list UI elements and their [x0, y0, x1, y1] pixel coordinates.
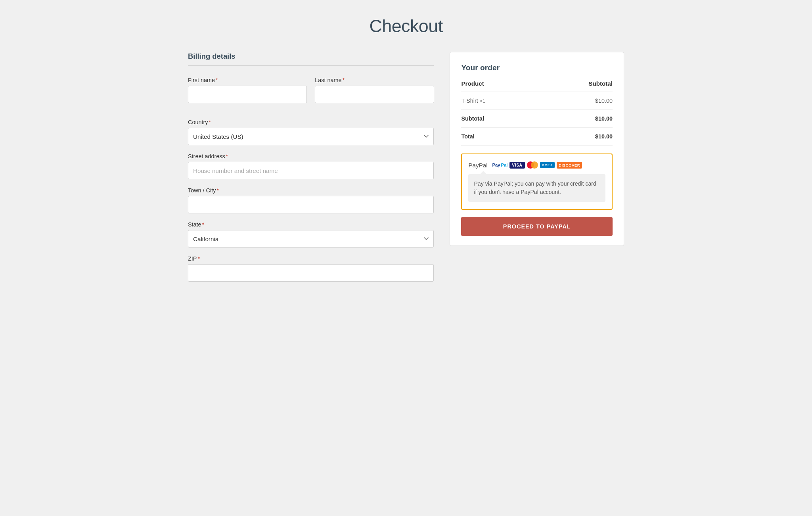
zip-input[interactable]: [188, 264, 434, 282]
order-title: Your order: [461, 63, 613, 72]
street-group: Street address*: [188, 153, 434, 179]
street-label: Street address*: [188, 153, 434, 159]
required-star: *: [226, 153, 228, 159]
item-qty: ×1: [480, 98, 485, 104]
col-subtotal: Subtotal: [536, 80, 613, 92]
state-label: State*: [188, 221, 434, 228]
zip-label: ZIP*: [188, 255, 434, 262]
street-input[interactable]: [188, 162, 434, 179]
city-group: Town / City*: [188, 187, 434, 213]
paypal-label: PayPal: [468, 162, 487, 169]
zip-group: ZIP*: [188, 255, 434, 282]
proceed-to-paypal-button[interactable]: PROCEED TO PAYPAL: [461, 217, 613, 236]
order-panel: Your order Product Subtotal T-Shirt ×1: [450, 52, 624, 246]
required-star: *: [197, 255, 200, 262]
country-label: Country*: [188, 119, 434, 125]
required-star: *: [216, 187, 219, 194]
country-group: Country* United States (US): [188, 119, 434, 145]
country-select[interactable]: United States (US): [188, 128, 434, 145]
required-star: *: [216, 77, 218, 83]
last-name-group: Last name*: [315, 77, 434, 103]
total-row: Total $10.00: [461, 128, 613, 146]
required-star: *: [342, 77, 345, 83]
total-value: $10.00: [536, 128, 613, 146]
required-star: *: [202, 221, 205, 228]
order-table: Product Subtotal T-Shirt ×1 $10.00 Sub: [461, 80, 613, 146]
billing-section: Billing details First name* Last name*: [188, 52, 434, 290]
subtotal-label: Subtotal: [461, 110, 536, 128]
page-title: Checkout: [188, 16, 624, 36]
required-star: *: [209, 119, 211, 125]
state-select[interactable]: California: [188, 230, 434, 247]
billing-section-title: Billing details: [188, 52, 434, 61]
paypal-header: PayPal Pay Pal VISA: [468, 161, 605, 169]
billing-divider: [188, 65, 434, 66]
paypal-logo: Pay Pal: [492, 163, 508, 167]
total-label: Total: [461, 128, 536, 146]
table-row: T-Shirt ×1 $10.00: [461, 92, 613, 110]
amex-badge: AMEX: [540, 162, 555, 168]
discover-badge: DISCOVER: [557, 162, 582, 169]
mc-yellow-circle: [531, 161, 538, 169]
name-row: First name* Last name*: [188, 77, 434, 111]
mastercard-badge: [527, 161, 538, 169]
col-product: Product: [461, 80, 536, 92]
first-name-input[interactable]: [188, 86, 307, 103]
first-name-label: First name*: [188, 77, 307, 83]
city-label: Town / City*: [188, 187, 434, 194]
item-price: $10.00: [536, 92, 613, 110]
item-name: T-Shirt ×1: [461, 92, 536, 110]
visa-badge: VISA: [509, 162, 525, 169]
order-section: Your order Product Subtotal T-Shirt ×1: [450, 52, 624, 246]
last-name-label: Last name*: [315, 77, 434, 83]
subtotal-row: Subtotal $10.00: [461, 110, 613, 128]
paypal-logos: Pay Pal VISA AMEX: [492, 161, 582, 169]
last-name-input[interactable]: [315, 86, 434, 103]
state-group: State* California: [188, 221, 434, 247]
first-name-group: First name*: [188, 77, 307, 103]
paypal-description: Pay via PayPal; you can pay with your cr…: [468, 174, 605, 202]
subtotal-value: $10.00: [536, 110, 613, 128]
paypal-option[interactable]: PayPal Pay Pal VISA: [461, 153, 613, 210]
city-input[interactable]: [188, 196, 434, 213]
